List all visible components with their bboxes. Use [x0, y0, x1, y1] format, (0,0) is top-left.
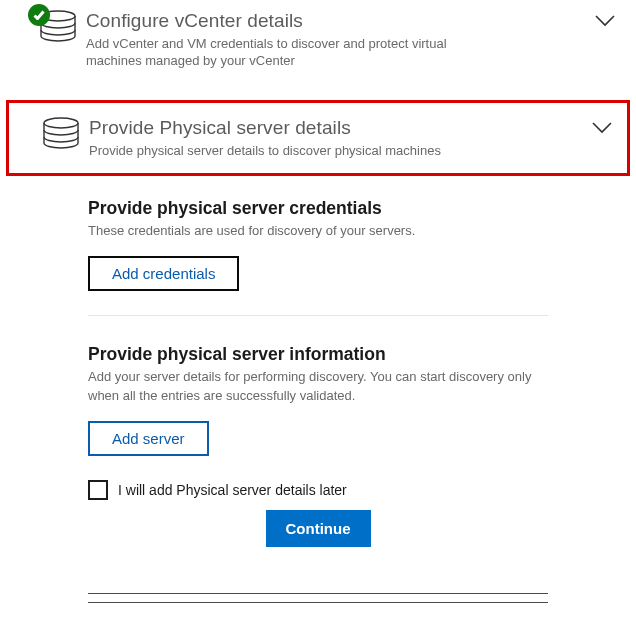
section2-desc: Provide physical server details to disco…: [89, 142, 469, 160]
section1-title: Configure vCenter details: [86, 10, 584, 33]
physical-server-content: Provide physical server credentials Thes…: [0, 176, 636, 585]
step-info-title: Provide physical server information: [88, 344, 548, 365]
continue-button[interactable]: Continue: [266, 510, 371, 547]
primary-action-row: Continue: [88, 510, 548, 547]
divider: [88, 593, 548, 594]
section1-text: Configure vCenter details Add vCenter an…: [82, 10, 584, 70]
bottom-dividers: [0, 593, 636, 615]
section2-text: Provide Physical server details Provide …: [85, 117, 581, 159]
section1-desc: Add vCenter and VM credentials to discov…: [86, 35, 466, 70]
check-success-icon: [28, 4, 50, 26]
chevron-down-icon: [591, 121, 613, 135]
section2-icon-wrap: [37, 117, 85, 149]
step-cred-title: Provide physical server credentials: [88, 198, 548, 219]
section2-title: Provide Physical server details: [89, 117, 581, 140]
defer-checkbox-label: I will add Physical server details later: [118, 482, 347, 498]
section1-chevron-wrap: [584, 10, 616, 28]
divider: [88, 602, 548, 603]
chevron-down-icon: [594, 14, 616, 28]
step-info-desc: Add your server details for performing d…: [88, 368, 548, 404]
database-icon: [42, 117, 80, 149]
section1-icon-wrap: [34, 10, 82, 42]
add-server-button[interactable]: Add server: [88, 421, 209, 456]
defer-checkbox[interactable]: [88, 480, 108, 500]
section2-chevron-wrap: [581, 117, 613, 135]
add-credentials-button[interactable]: Add credentials: [88, 256, 239, 291]
defer-row: I will add Physical server details later: [88, 480, 548, 500]
step-cred-desc: These credentials are used for discovery…: [88, 222, 548, 240]
step-server-info: Provide physical server information Add …: [88, 344, 548, 584]
section-physical-server[interactable]: Provide Physical server details Provide …: [6, 100, 630, 176]
step-credentials: Provide physical server credentials Thes…: [88, 198, 548, 316]
svg-point-1: [44, 118, 78, 128]
section-configure-vcenter[interactable]: Configure vCenter details Add vCenter an…: [0, 4, 636, 78]
